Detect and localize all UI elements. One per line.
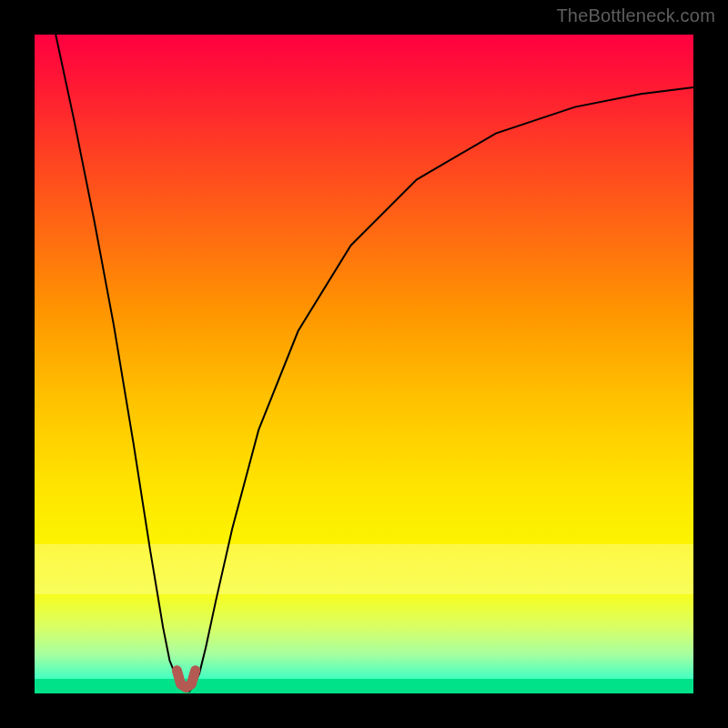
chart-frame: TheBottleneck.com: [0, 0, 728, 728]
bottleneck-curve: [56, 35, 693, 692]
curve-layer: [35, 35, 693, 693]
watermark-text: TheBottleneck.com: [556, 5, 715, 26]
min-marker: [177, 671, 195, 688]
plot-area: [35, 35, 693, 693]
